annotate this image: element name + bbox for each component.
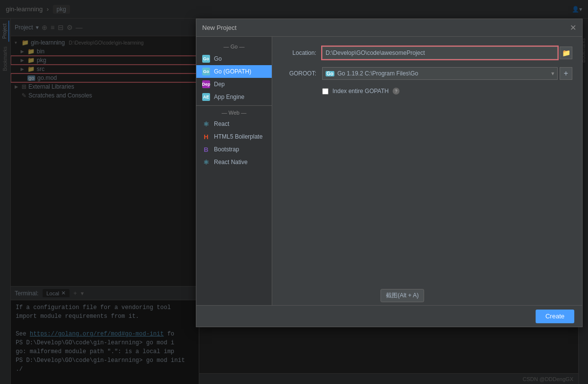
- location-input[interactable]: [322, 47, 558, 59]
- html5-icon: H: [202, 133, 210, 141]
- location-row: Location: 📁: [282, 47, 572, 59]
- dialog-left-menu: — Go — Go Go Go Go (GOPATH) Dep Dep AE A…: [196, 37, 272, 305]
- menu-go[interactable]: Go Go: [196, 52, 272, 65]
- menu-app-engine-label: App Engine: [214, 94, 244, 100]
- goroot-go-badge: Go: [326, 71, 334, 76]
- menu-app-engine[interactable]: AE App Engine: [196, 91, 272, 103]
- goroot-select[interactable]: Go Go 1.19.2 C:\Program Files\Go ▾: [322, 67, 558, 80]
- menu-react-native-label: React Native: [214, 159, 248, 166]
- web-section-label: — Web —: [196, 105, 272, 118]
- dep-icon: Dep: [202, 80, 210, 88]
- new-project-dialog: New Project ✕ — Go — Go Go Go Go (GOPATH…: [196, 19, 583, 327]
- react-native-icon: ⚛: [202, 158, 210, 166]
- create-button[interactable]: Create: [536, 310, 574, 323]
- tooltip: 截图(Alt + A): [380, 289, 424, 302]
- location-label: Location:: [282, 49, 316, 56]
- react-icon: ⚛: [202, 120, 210, 128]
- menu-go-gopath[interactable]: Go Go (GOPATH): [196, 65, 272, 78]
- help-icon[interactable]: ?: [393, 88, 400, 95]
- goroot-row: GOROOT: Go Go 1.19.2 C:\Program Files\Go…: [282, 67, 572, 80]
- goroot-dropdown-arrow: ▾: [551, 70, 554, 77]
- go-menu-icon: Go: [202, 55, 210, 63]
- checkbox-label: Index entire GOPATH: [332, 88, 389, 95]
- menu-go-gopath-label: Go (GOPATH): [214, 68, 251, 75]
- app-engine-icon: AE: [202, 93, 210, 101]
- menu-go-label: Go: [214, 55, 222, 62]
- menu-react[interactable]: ⚛ React: [196, 118, 272, 130]
- menu-dep[interactable]: Dep Dep: [196, 78, 272, 91]
- dialog-title: New Project: [202, 24, 236, 31]
- menu-html5-label: HTML5 Boilerplate: [214, 133, 262, 140]
- checkbox-row: Index entire GOPATH ?: [282, 88, 572, 95]
- menu-bootstrap-label: Bootstrap: [214, 146, 239, 153]
- goroot-add-btn[interactable]: +: [560, 67, 572, 80]
- go-section-label: — Go —: [196, 41, 272, 52]
- location-browse-btn[interactable]: 📁: [560, 47, 572, 59]
- menu-react-native[interactable]: ⚛ React Native: [196, 156, 272, 168]
- dialog-right-form: Location: 📁 GOROOT: Go Go 1.19.2 C:\Prog…: [272, 37, 582, 305]
- tooltip-text: 截图(Alt + A): [386, 292, 419, 299]
- menu-react-label: React: [214, 120, 229, 127]
- dialog-titlebar: New Project ✕: [196, 19, 582, 37]
- menu-html5[interactable]: H HTML5 Boilerplate: [196, 130, 272, 143]
- dialog-body: — Go — Go Go Go Go (GOPATH) Dep Dep AE A…: [196, 37, 582, 305]
- goroot-input-wrapper: Go Go 1.19.2 C:\Program Files\Go ▾ +: [322, 67, 572, 80]
- goroot-value: Go 1.19.2 C:\Program Files\Go: [337, 70, 548, 77]
- dialog-close-btn[interactable]: ✕: [570, 23, 576, 32]
- goroot-label: GOROOT:: [282, 70, 316, 77]
- index-gopath-checkbox[interactable]: [322, 88, 329, 95]
- dialog-overlay: New Project ✕ — Go — Go Go Go Go (GOPATH…: [0, 0, 588, 384]
- location-input-wrapper: 📁: [322, 47, 572, 59]
- menu-bootstrap[interactable]: B Bootstrap: [196, 143, 272, 156]
- menu-dep-label: Dep: [214, 81, 225, 88]
- go-gopath-icon: Go: [202, 68, 210, 75]
- bootstrap-icon: B: [202, 145, 210, 153]
- dialog-footer: 截图(Alt + A) Create: [196, 305, 582, 327]
